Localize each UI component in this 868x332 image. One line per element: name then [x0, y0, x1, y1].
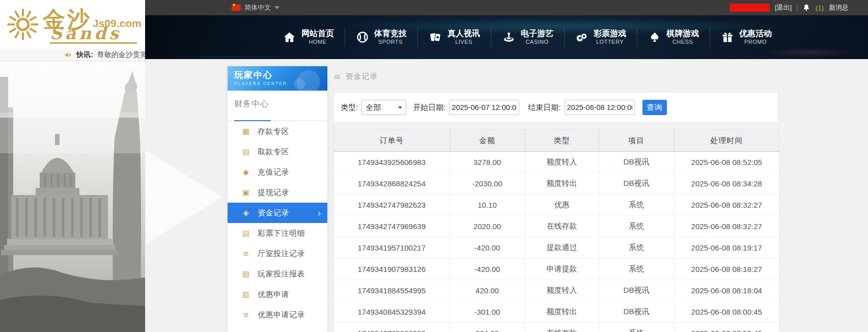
sidebar-item-withdraw-zone[interactable]: ▤取款专区 — [228, 142, 327, 162]
table-row: 1749341957100217-420.00提款通过系统2025-06-08 … — [334, 237, 779, 259]
language-selector[interactable]: 简体中文 — [232, 0, 279, 15]
menu-icon: ≡ — [333, 71, 341, 81]
table-cell: 1749343925606983 — [334, 152, 450, 173]
table-cell: 224.00 — [450, 323, 525, 332]
nav-item-sports[interactable]: 体育竞技SPORTS — [348, 29, 414, 46]
column-header: 金额 — [450, 130, 525, 152]
start-date-input[interactable] — [449, 100, 519, 115]
recharge-record-icon: ◆ — [241, 168, 251, 177]
language-label: 简体中文 — [244, 3, 271, 12]
nav-item-lives[interactable]: 真人视讯LIVES — [421, 29, 488, 46]
home-icon — [283, 31, 296, 44]
sidebar-item-player-report[interactable]: ▨玩家投注报表 — [228, 264, 327, 284]
sidebar-item-hall-bets[interactable]: ≡厅室投注记录 — [228, 243, 327, 264]
table-cell: 2020.00 — [450, 216, 525, 237]
table-cell: 系统 — [599, 195, 674, 216]
nav-items: 网站首页HOME体育竞技SPORTS真人视讯LIVES电子游艺CASINO彩票游… — [275, 15, 779, 59]
table-header-row: 订单号金额类型项目处理时间 — [334, 130, 779, 152]
start-date-label: 开始日期: — [413, 103, 445, 113]
type-select[interactable]: 全部 — [361, 100, 406, 115]
table-cell: 2025-06-08 08:18:04 — [674, 280, 779, 301]
nav-label-cn: 棋牌游戏 — [666, 29, 699, 39]
column-header: 订单号 — [334, 130, 450, 152]
table-cell: 2025-06-08 08:34:28 — [674, 173, 779, 195]
site-logo[interactable]: 金沙Js09.com Sands — [0, 0, 145, 49]
top-right-group: [退出] (1) 新消息 — [730, 0, 849, 15]
chevron-right-icon: › — [318, 209, 321, 217]
sidebar-item-recharge-record[interactable]: ◆充值记录 — [228, 162, 327, 182]
search-button[interactable]: 查询 — [642, 100, 667, 115]
table-cell: 2025-06-08 08:18:27 — [674, 259, 779, 280]
nav-separator — [637, 27, 637, 47]
lottery-icon — [575, 31, 589, 44]
nav-item-casino[interactable]: 电子游艺CASINO — [494, 29, 561, 46]
table-cell: 在线存款 — [525, 216, 599, 237]
speaker-icon — [64, 51, 72, 59]
table-cell: 1749342868824254 — [334, 173, 450, 195]
table-cell: 1749340845329394 — [334, 301, 450, 323]
page: 金沙Js09.com Sands 快讯: 尊敬的金沙贵宾 — [0, 0, 868, 332]
players-center-header: 玩家中心 PLAYERS CENTER — [228, 66, 327, 91]
sidebar-item-funds-record[interactable]: ◈资金记录› — [228, 203, 327, 223]
nav-label-en: LIVES — [455, 39, 472, 46]
table-row: 1749341907983126-420.00申请提款系统2025-06-08 … — [334, 259, 779, 280]
lives-icon — [429, 31, 442, 44]
bell-icon[interactable] — [802, 4, 810, 12]
nav-label-cn: 体育竞技 — [374, 29, 407, 39]
table-cell: 2025-06-08 08:32:27 — [674, 216, 779, 237]
table-cell: 2025-06-08 08:19:17 — [674, 237, 779, 259]
end-date-input[interactable] — [565, 100, 635, 115]
table-cell: DB视讯 — [599, 301, 674, 323]
table-row: 17493427479696392020.00在线存款系统2025-06-08 … — [334, 216, 779, 237]
table-cell: 3278.00 — [450, 152, 525, 173]
nav-label-en: CHESS — [673, 39, 693, 46]
sidebar: 玩家中心 PLAYERS CENTER 财务中心 ▦存款专区▤取款专区◆充值记录… — [228, 66, 327, 332]
sidebar-item-withdraw-record[interactable]: ▣提现记录 — [228, 182, 327, 203]
records-table: 订单号金额类型项目处理时间 17493439256069833278.00额度转… — [333, 129, 779, 332]
logout-link[interactable]: [退出] — [775, 3, 792, 12]
ticker-message: 尊敬的金沙贵宾 — [97, 50, 145, 60]
table-cell: 在线存款 — [525, 323, 599, 332]
nav-label-en: LOTTERY — [596, 39, 624, 46]
table-cell: 1749340785926989 — [334, 323, 450, 332]
sidebar-item-promo-record[interactable]: ≡优惠申请记录 — [228, 305, 327, 325]
table-cell: 2025-06-08 08:52:05 — [674, 152, 779, 173]
top-bar: 简体中文 [退出] (1) 新消息 — [145, 0, 868, 15]
cn-flag-icon — [232, 5, 241, 11]
nav-item-chess[interactable]: 棋牌游戏CHESS — [640, 29, 707, 46]
divider — [797, 4, 797, 11]
nav-item-home[interactable]: 网站首页HOME — [275, 29, 342, 46]
table-cell: 系统 — [599, 237, 674, 259]
background-photo — [0, 62, 145, 332]
nav-label-en: HOME — [309, 39, 327, 46]
username-redacted — [730, 4, 770, 12]
table-cell: 额度转出 — [525, 173, 599, 195]
promo-apply-icon: ▥ — [241, 290, 251, 299]
new-message-link[interactable]: 新消息 — [829, 3, 849, 12]
nav-item-lottery[interactable]: 彩票游戏LOTTERY — [568, 29, 634, 46]
nav-separator — [564, 27, 565, 47]
chevron-down-icon — [274, 6, 279, 9]
nav-label-cn: 彩票游戏 — [594, 29, 626, 39]
table-cell: 1749341957100217 — [334, 237, 450, 259]
table-cell: 额度转入 — [525, 280, 599, 301]
ticker-label: 快讯: — [76, 50, 93, 60]
gamepad-decoration — [294, 78, 305, 90]
sidebar-item-lottery-bets[interactable]: ▤彩票下注明细 — [228, 223, 327, 243]
table-cell: 系统 — [599, 323, 674, 332]
section-personal-center: 个人中心 — [228, 325, 327, 332]
sidebar-item-promo-apply[interactable]: ▥优惠申请 — [228, 284, 327, 305]
table-cell: 1749342747969639 — [334, 216, 450, 237]
sidebar-item-deposit-zone[interactable]: ▦存款专区 — [228, 121, 327, 142]
table-row: 17493439256069833278.00额度转入DB视讯2025-06-0… — [334, 152, 779, 173]
lottery-bets-icon: ▤ — [241, 229, 251, 238]
table-cell: 申请提款 — [525, 259, 599, 280]
table-cell: -301.00 — [450, 301, 525, 323]
nav-item-promo[interactable]: 优惠活动PROMO — [713, 29, 779, 46]
nav-label-en: CASINO — [525, 39, 548, 46]
nav-label-en: PROMO — [744, 39, 767, 46]
promo-icon — [721, 31, 734, 44]
table-cell: -420.00 — [450, 237, 525, 259]
watermark-chevron — [146, 150, 222, 244]
sidebar-menu: ▦存款专区▤取款专区◆充值记录▣提现记录◈资金记录›▤彩票下注明细≡厅室投注记录… — [228, 121, 327, 325]
